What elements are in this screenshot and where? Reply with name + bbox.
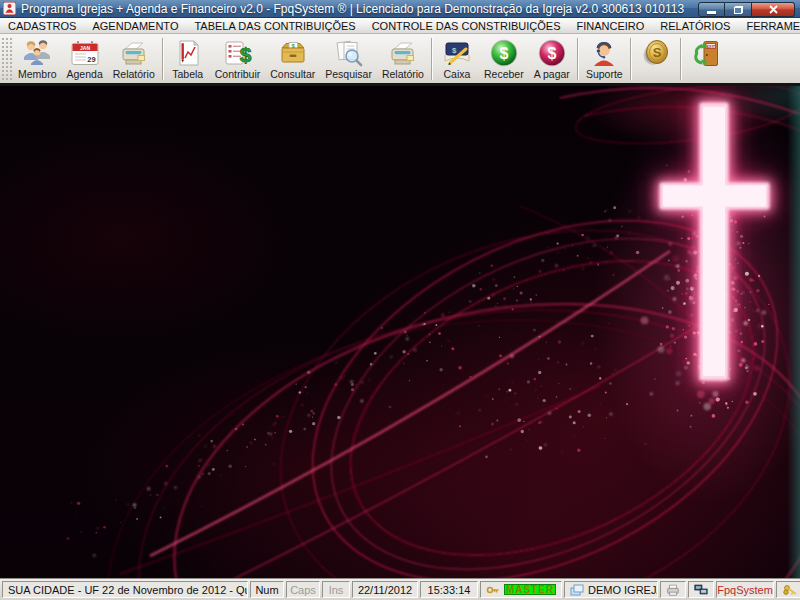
toolbar-label: Consultar xyxy=(270,68,315,81)
wallpaper xyxy=(0,86,800,578)
agenda-button[interactable]: JAN 29 Agenda xyxy=(62,35,108,83)
toolbar-label: Tabela xyxy=(172,68,203,81)
minimize-icon xyxy=(707,11,716,14)
svg-text:$: $ xyxy=(239,43,251,66)
toolbar-separator xyxy=(630,38,632,80)
receber-button[interactable]: $ Receber xyxy=(479,35,529,83)
close-icon xyxy=(769,5,778,14)
toolbar-label: Relatório xyxy=(113,68,155,81)
printer-icon xyxy=(118,38,150,68)
access-keys-button[interactable] xyxy=(776,581,800,598)
relatorio-contribuicoes-button[interactable]: Relatório xyxy=(377,35,429,83)
user-level-panel: MASTER xyxy=(480,581,562,598)
teal-edge-glow xyxy=(787,86,800,578)
search-docs-icon xyxy=(333,38,365,68)
tabela-button[interactable]: Tabela xyxy=(166,35,210,83)
toolbar-separator xyxy=(431,38,433,80)
red-dollar-icon: $ xyxy=(536,38,568,68)
menu-agendamento[interactable]: AGENDAMENTO xyxy=(84,19,186,33)
caps-lock-indicator: Caps xyxy=(286,581,320,598)
restore-icon xyxy=(734,6,743,14)
toolbar-label: Membro xyxy=(18,68,57,81)
svg-text:29: 29 xyxy=(87,55,95,64)
svg-text:$: $ xyxy=(452,46,457,55)
printer-status-icon xyxy=(666,583,680,597)
num-lock-indicator: Num xyxy=(250,581,284,598)
relatorio-agenda-button[interactable]: Relatório xyxy=(108,35,160,83)
minimize-button[interactable] xyxy=(698,2,725,17)
svg-text:$: $ xyxy=(499,45,508,62)
contribution-list-icon: $ xyxy=(222,38,254,68)
insert-indicator: Ins xyxy=(322,581,350,598)
network-icon xyxy=(694,583,708,596)
statusbar-time: 15:33:14 xyxy=(420,581,478,598)
restore-button[interactable] xyxy=(725,2,752,17)
statusbar: SUA CIDADE - UF 22 de Novembro de 2012 -… xyxy=(0,578,800,600)
toolbar-separator xyxy=(680,38,682,80)
network-button[interactable] xyxy=(688,581,714,598)
toolbar: Membro JAN 29 Agenda Relatório xyxy=(0,34,800,86)
svg-text:EXIT: EXIT xyxy=(706,45,715,49)
caixa-button[interactable]: $ Caixa xyxy=(435,35,479,83)
print-button[interactable] xyxy=(660,581,686,598)
toolbar-label: Receber xyxy=(484,68,524,81)
toolbar-separator xyxy=(577,38,579,80)
printer-icon xyxy=(387,38,419,68)
toolbar-separator xyxy=(162,38,164,80)
a-pagar-button[interactable]: $ A pagar xyxy=(529,35,575,83)
menu-cadastros[interactable]: CADASTROS xyxy=(0,19,84,33)
toolbar-label: Suporte xyxy=(586,68,623,81)
app-window: Programa Igrejas + Agenda e Financeiro v… xyxy=(0,0,800,600)
svg-text:$: $ xyxy=(547,45,556,62)
checkbook-icon: $ xyxy=(441,38,473,68)
membro-button[interactable]: Membro xyxy=(13,35,62,83)
database-panel: DEMO IGREJA 2.0 xyxy=(564,581,658,598)
toolbar-label: Caixa xyxy=(444,68,471,81)
statusbar-location: SUA CIDADE - UF 22 de Novembro de 2012 -… xyxy=(2,581,248,598)
coin-icon: S xyxy=(640,38,672,68)
menu-relatorios[interactable]: RELATÓRIOS xyxy=(652,19,738,33)
menu-ferramentas[interactable]: FERRAMENTAS xyxy=(738,19,800,33)
green-dollar-icon: $ xyxy=(488,38,520,68)
table-chart-icon xyxy=(172,38,204,68)
toolbar-grip[interactable] xyxy=(1,37,12,81)
toolbar-label: Pesquisar xyxy=(325,68,372,81)
exit-door-icon: EXIT xyxy=(690,38,722,68)
suporte-button[interactable]: Suporte xyxy=(581,35,628,83)
keys-icon xyxy=(782,584,798,596)
menu-financeiro[interactable]: FINANCEIRO xyxy=(568,19,652,33)
coin-button[interactable]: S xyxy=(634,35,678,83)
window-title: Programa Igrejas + Agenda e Financeiro v… xyxy=(21,2,684,16)
wallpaper-scene xyxy=(0,86,800,578)
toolbar-label: Contribuir xyxy=(215,68,261,81)
consultar-button[interactable]: $ Consultar xyxy=(265,35,320,83)
titlebar[interactable]: Programa Igrejas + Agenda e Financeiro v… xyxy=(0,0,800,18)
toolbar-label: Relatório xyxy=(382,68,424,81)
database-icon xyxy=(570,584,584,596)
svg-text:JAN: JAN xyxy=(80,45,90,51)
contribuir-button[interactable]: $ Contribuir xyxy=(210,35,266,83)
toolbar-label: A pagar xyxy=(534,68,570,81)
app-icon xyxy=(3,2,16,15)
svg-text:S: S xyxy=(652,45,661,60)
members-icon xyxy=(21,38,53,68)
drawer-icon: $ xyxy=(277,38,309,68)
support-agent-icon xyxy=(588,38,620,68)
window-controls xyxy=(698,2,795,17)
brand-panel: FpqSystem xyxy=(716,581,774,598)
light-swirls xyxy=(72,86,800,578)
menu-controle-contribuicoes[interactable]: CONTROLE DAS CONSTRIBUIÇÕES xyxy=(364,19,569,33)
exit-button[interactable]: EXIT xyxy=(684,35,728,83)
calendar-icon: JAN 29 xyxy=(69,38,101,68)
menu-tabela-contribuicoes[interactable]: TABELA DAS CONTRIBUIÇÕES xyxy=(186,19,363,33)
statusbar-date: 22/11/2012 xyxy=(352,581,418,598)
pesquisar-button[interactable]: Pesquisar xyxy=(320,35,377,83)
toolbar-label: Agenda xyxy=(67,68,103,81)
user-level-badge: MASTER xyxy=(504,584,556,595)
key-icon xyxy=(486,585,500,595)
menubar: CADASTROS AGENDAMENTO TABELA DAS CONTRIB… xyxy=(0,18,800,34)
close-button[interactable] xyxy=(752,2,795,17)
